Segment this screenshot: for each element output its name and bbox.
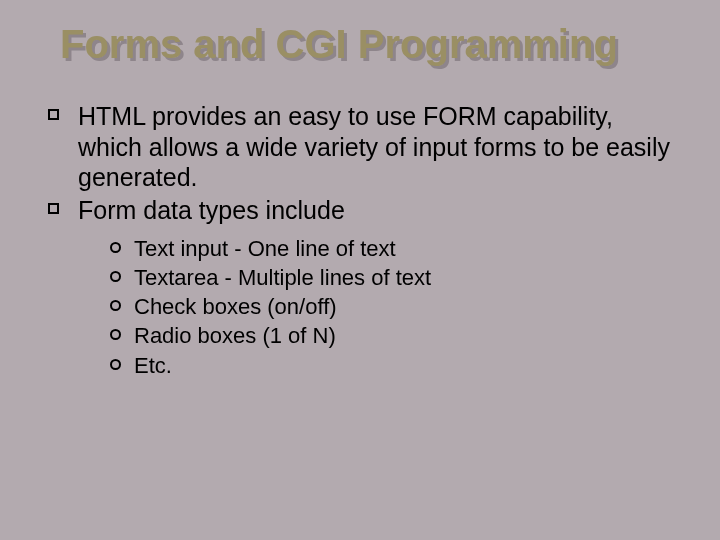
sub-bullet-text: Textarea - Multiple lines of text xyxy=(134,265,431,290)
list-item: Form data types include Text input - One… xyxy=(44,195,680,380)
slide-title: Forms and CGI Programming xyxy=(60,22,618,67)
slide-body: HTML provides an easy to use FORM capabi… xyxy=(44,101,680,380)
sub-bullet-text: Radio boxes (1 of N) xyxy=(134,323,336,348)
sub-bullet-text: Text input - One line of text xyxy=(134,236,396,261)
list-item: Etc. xyxy=(110,352,680,380)
slide-title-wrap: Forms and CGI Programming Forms and CGI … xyxy=(60,22,618,67)
list-item: Textarea - Multiple lines of text xyxy=(110,264,680,292)
sub-bullet-list: Text input - One line of text Textarea -… xyxy=(78,235,680,380)
list-item: Check boxes (on/off) xyxy=(110,293,680,321)
bullet-text: HTML provides an easy to use FORM capabi… xyxy=(78,102,670,191)
list-item: Text input - One line of text xyxy=(110,235,680,263)
bullet-list: HTML provides an easy to use FORM capabi… xyxy=(44,101,680,380)
sub-bullet-text: Etc. xyxy=(134,353,172,378)
list-item: HTML provides an easy to use FORM capabi… xyxy=(44,101,680,193)
sub-bullet-text: Check boxes (on/off) xyxy=(134,294,337,319)
slide: Forms and CGI Programming Forms and CGI … xyxy=(0,0,720,540)
bullet-text: Form data types include xyxy=(78,196,345,224)
list-item: Radio boxes (1 of N) xyxy=(110,322,680,350)
